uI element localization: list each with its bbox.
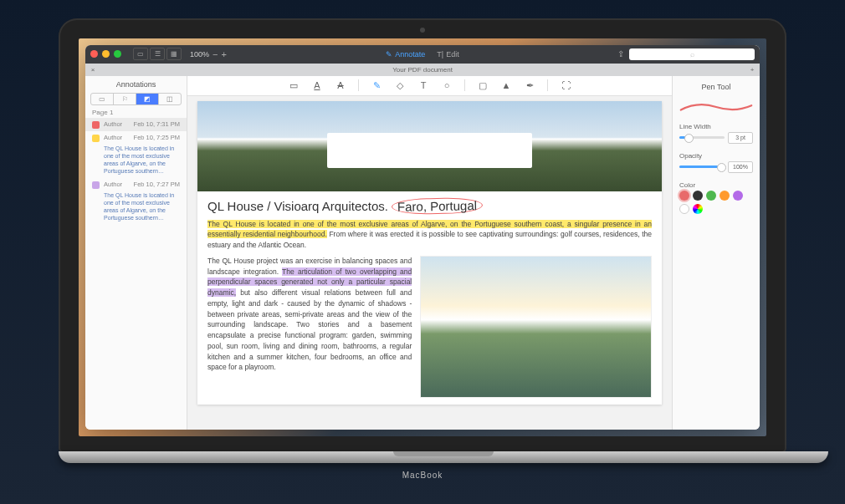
line-width-value[interactable]: 3 pt <box>728 132 753 144</box>
sidebar-tab-annotations[interactable]: ◩ <box>136 94 159 104</box>
tab-add-button[interactable]: + <box>745 66 760 74</box>
toolbar-separator <box>358 79 359 91</box>
desktop-wallpaper: ▭ ☰ ▦ 100% − + ✎Annotate T|Edit ⇪ <box>79 38 766 436</box>
app-window: ▭ ☰ ▦ 100% − + ✎Annotate T|Edit ⇪ <box>85 45 760 430</box>
maximize-icon[interactable] <box>114 50 121 58</box>
line-width-slider[interactable] <box>679 136 725 139</box>
toolbar-separator <box>464 79 465 91</box>
highlight-tool-icon[interactable]: ▭ <box>288 79 300 91</box>
inline-image <box>420 256 652 398</box>
laptop-base <box>59 451 828 463</box>
opacity-slider[interactable] <box>679 165 725 168</box>
document-tabstrip: × Your PDF document + <box>85 64 760 76</box>
color-label: Color <box>679 181 753 189</box>
zoom-out-button[interactable]: − <box>213 49 218 59</box>
zoom-value: 100% <box>190 50 209 59</box>
stamp-tool-icon[interactable]: ▲ <box>500 79 512 91</box>
underline-tool-icon[interactable]: A <box>311 79 323 91</box>
pen-annotation-icon <box>92 121 100 129</box>
view-single-icon[interactable]: ▭ <box>133 48 148 60</box>
document-main: ▭ A A ✎ ◇ T ○ ▢ ▲ ✒ <box>187 76 672 430</box>
paragraph: The QL House is located in one of the mo… <box>207 219 652 251</box>
zoom-in-button[interactable]: + <box>221 49 226 59</box>
line-width-label: Line Width <box>679 123 753 130</box>
laptop-brand: MacBook <box>402 471 443 480</box>
screen-bezel: ▭ ☰ ▦ 100% − + ✎Annotate T|Edit ⇪ <box>59 18 786 453</box>
sidebar-title: Annotations <box>85 76 187 93</box>
pen-tool-icon[interactable]: ✎ <box>371 79 382 91</box>
color-swatch-purple[interactable] <box>733 191 743 201</box>
color-swatch-orange[interactable] <box>720 191 730 201</box>
view-continuous-icon[interactable]: ☰ <box>150 48 165 60</box>
toolbar-separator <box>547 79 548 91</box>
pen-preview <box>679 98 753 116</box>
pen-circle-annotation[interactable]: Faro, Portugal <box>392 197 483 215</box>
content-area: Annotations ▭ ⚐ ◩ ◫ Page 1 AuthorFeb 10,… <box>85 76 760 430</box>
document-tab-title[interactable]: Your PDF document <box>392 66 453 74</box>
color-picker-icon[interactable] <box>693 204 703 214</box>
annotation-item[interactable]: AuthorFeb 10, 7:27 PM <box>85 178 187 191</box>
text-icon: T| <box>437 50 443 59</box>
sidebar-tab-outline[interactable]: ▭ <box>91 94 114 104</box>
inspector-title: Pen Tool <box>679 83 753 91</box>
pdf-page: QL House / Visioarq Arquitectos. Faro, P… <box>197 101 662 405</box>
note-tool-icon[interactable]: ▢ <box>477 79 489 91</box>
tab-close-button[interactable]: × <box>85 66 100 74</box>
view-thumbnails-icon[interactable]: ▦ <box>166 48 182 60</box>
annotation-toolbar: ▭ A A ✎ ◇ T ○ ▢ ▲ ✒ <box>187 76 672 96</box>
search-input[interactable]: ⌕ <box>629 48 755 60</box>
shape-tool-icon[interactable]: ○ <box>441 79 453 91</box>
sidebar-tab-bookmarks[interactable]: ⚐ <box>114 94 136 104</box>
titlebar: ▭ ☰ ▦ 100% − + ✎Annotate T|Edit ⇪ <box>85 45 760 64</box>
sidebar-page-label: Page 1 <box>85 105 187 118</box>
view-mode-group[interactable]: ▭ ☰ ▦ <box>133 48 182 60</box>
color-swatch-red[interactable] <box>679 191 689 201</box>
mode-edit-tab[interactable]: T|Edit <box>437 50 458 59</box>
laptop-frame: ▭ ☰ ▦ 100% − + ✎Annotate T|Edit ⇪ <box>59 18 786 486</box>
zoom-control[interactable]: 100% − + <box>190 49 227 59</box>
annotation-preview: The QL House is located in one of the mo… <box>85 191 187 225</box>
minimize-icon[interactable] <box>102 50 110 58</box>
eraser-tool-icon[interactable]: ◇ <box>394 79 406 91</box>
annotation-preview: The QL House is located in one of the mo… <box>85 145 187 178</box>
hero-image <box>197 101 662 191</box>
mode-annotate-tab[interactable]: ✎Annotate <box>386 50 425 59</box>
color-swatches <box>679 191 753 214</box>
highlight-annotation-icon <box>92 135 100 142</box>
highlight-annotation-icon <box>92 181 100 189</box>
crop-tool-icon[interactable]: ⛶ <box>560 79 571 91</box>
color-swatch-green[interactable] <box>706 191 716 201</box>
close-icon[interactable] <box>90 50 98 58</box>
opacity-label: Opacity <box>679 152 753 160</box>
annotation-item[interactable]: AuthorFeb 10, 7:25 PM <box>85 131 187 145</box>
share-icon[interactable]: ⇪ <box>617 49 624 59</box>
sidebar-tab-search[interactable]: ◫ <box>159 94 181 104</box>
pencil-icon: ✎ <box>386 50 392 59</box>
traffic-lights[interactable] <box>90 50 121 58</box>
opacity-value[interactable]: 100% <box>728 161 753 173</box>
signature-tool-icon[interactable]: ✒ <box>524 79 535 91</box>
annotations-sidebar: Annotations ▭ ⚐ ◩ ◫ Page 1 AuthorFeb 10,… <box>85 76 187 430</box>
sidebar-filter-tabs[interactable]: ▭ ⚐ ◩ ◫ <box>90 93 182 105</box>
strikethrough-tool-icon[interactable]: A <box>335 79 346 91</box>
color-swatch-white[interactable] <box>679 204 689 214</box>
text-tool-icon[interactable]: T <box>417 79 429 91</box>
camera-icon <box>420 28 425 33</box>
color-swatch-black[interactable] <box>693 191 703 201</box>
paragraph: The QL House project was an exercise in … <box>207 256 412 373</box>
document-viewport[interactable]: QL House / Visioarq Arquitectos. Faro, P… <box>187 96 672 430</box>
document-heading: QL House / Visioarq Arquitectos. Faro, P… <box>207 198 652 214</box>
annotation-item[interactable]: AuthorFeb 10, 7:31 PM <box>85 118 187 131</box>
tool-inspector: Pen Tool Line Width 3 pt Opacity 100% <box>672 76 760 430</box>
